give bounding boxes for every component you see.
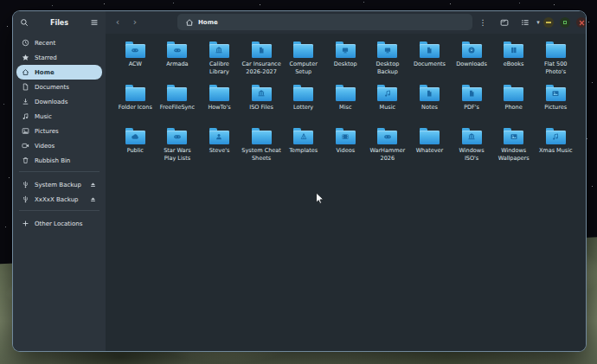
forward-button[interactable]: › — [128, 15, 142, 29]
sidebar-other-list: Other Locations — [13, 214, 106, 231]
folder-item-howto-s[interactable]: HowTo's — [198, 82, 241, 125]
sidebar-item-home[interactable]: Home — [16, 65, 102, 80]
folder-icon — [336, 128, 356, 144]
folder-icon — [125, 85, 145, 101]
folder-item-pictures[interactable]: Pictures — [535, 82, 577, 125]
folder-item-phone[interactable]: Phone — [492, 82, 535, 125]
folder-item-documents[interactable]: Documents — [408, 39, 451, 82]
search-icon[interactable] — [20, 18, 29, 27]
folder-item-pdf-s[interactable]: PDF's — [451, 82, 493, 125]
music-emblem-icon — [546, 132, 566, 141]
doc-emblem-icon — [420, 89, 440, 98]
folder-item-calibre-library[interactable]: Calibre Library — [198, 39, 241, 82]
home-icon — [22, 68, 29, 76]
menu-kebab-button[interactable]: ⋮ — [477, 15, 489, 29]
doc-emblem-icon — [420, 46, 440, 54]
sidebar-item-recent[interactable]: Recent — [16, 35, 102, 50]
sidebar-item-rubbish-bin[interactable]: Rubbish Bin — [16, 153, 102, 168]
close-button[interactable] — [576, 17, 587, 28]
sidebar: Files Recent Starred Home Documents Down… — [13, 11, 106, 351]
folder-icon — [209, 128, 229, 144]
doc-emblem-icon — [252, 46, 272, 54]
folder-item-xmas-music[interactable]: Xmas Music — [535, 125, 577, 169]
folder-item-folder-icons[interactable]: Folder Icons — [114, 82, 157, 125]
star-icon — [22, 54, 29, 61]
folder-item-videos[interactable]: Videos — [324, 125, 367, 169]
folder-icon — [293, 128, 313, 144]
path-bar[interactable]: Home — [177, 14, 472, 30]
folder-item-acw[interactable]: ACW — [114, 39, 157, 82]
monitor-emblem-icon — [336, 46, 356, 54]
folder-item-templates[interactable]: Templates — [282, 125, 324, 169]
folder-icon — [209, 42, 229, 58]
folder-icon — [546, 128, 566, 144]
folder-item-iso-files[interactable]: ISO Files — [241, 82, 283, 125]
folder-icon — [546, 42, 566, 58]
eject-icon[interactable] — [89, 181, 97, 188]
usb-icon — [22, 181, 29, 188]
bank-emblem-icon — [462, 132, 482, 141]
sidebar-item-starred[interactable]: Starred — [16, 50, 102, 65]
folder-item-windows-iso-s[interactable]: Windows ISO's — [451, 125, 493, 169]
folder-icon — [125, 128, 145, 144]
folder-item-notes[interactable]: Notes — [408, 82, 451, 125]
folder-icon — [504, 128, 523, 144]
folder-icon — [336, 85, 356, 101]
folder-item-warhammer-2026[interactable]: WarHammer 2026 — [367, 125, 409, 169]
folder-item-ebooks[interactable]: eBooks — [492, 39, 535, 82]
sidebar-item-xxxxx-backup[interactable]: XxXxX Backup — [16, 192, 102, 207]
folder-item-system-cheat-sheets[interactable]: System Cheat Sheets — [241, 125, 283, 169]
maximize-button[interactable] — [560, 17, 570, 28]
sidebar-item-music[interactable]: Music — [16, 109, 102, 124]
folder-icon — [167, 42, 187, 58]
folder-item-windows-wallpapers[interactable]: Windows Wallpapers — [492, 125, 535, 169]
folder-icon — [336, 42, 356, 58]
folder-icon — [420, 42, 440, 58]
folder-item-desktop-backup[interactable]: Desktop Backup — [367, 39, 409, 82]
sidebar-item-pictures[interactable]: Pictures — [16, 124, 102, 138]
back-button[interactable]: ‹ — [111, 15, 125, 29]
sidebar-header: Files — [13, 11, 106, 34]
folder-item-car-insurance-2026-2027[interactable]: Car Insurance 2026-2027 — [241, 39, 283, 82]
template-emblem-icon — [293, 132, 313, 141]
minimize-button[interactable] — [543, 17, 554, 28]
sidebar-item-videos[interactable]: Videos — [16, 138, 102, 153]
folder-item-steve-s[interactable]: Steve's — [198, 125, 241, 169]
folder-item-public[interactable]: Public — [114, 125, 157, 169]
image-icon — [22, 127, 29, 135]
folder-icon — [252, 42, 272, 58]
folder-item-armada[interactable]: Armada — [157, 39, 199, 82]
list-view-toggle-button[interactable] — [517, 15, 533, 29]
folder-item-flat-500-photo-s[interactable]: Flat 500 Photo's — [535, 39, 577, 82]
film-emblem-icon — [336, 132, 356, 141]
headerbar: ‹ › Home ⋮ ▾ — [106, 11, 586, 34]
sidebar-item-documents[interactable]: Documents — [16, 80, 102, 94]
cloud-emblem-icon — [125, 132, 145, 141]
folder-item-misc[interactable]: Misc — [324, 82, 367, 125]
folder-icon — [293, 42, 313, 58]
folder-item-lottery[interactable]: Lottery — [282, 82, 324, 125]
view-options-caret-button[interactable]: ▾ — [533, 15, 543, 29]
folder-icon — [504, 85, 523, 101]
window-title: Files — [29, 19, 90, 27]
folder-item-computer-setup[interactable]: Computer Setup — [282, 39, 324, 82]
folder-item-freefilesync[interactable]: FreeFileSync — [157, 82, 199, 125]
folder-item-downloads[interactable]: Downloads — [451, 39, 493, 82]
folder-icon — [167, 128, 187, 144]
folder-item-star-wars-play-lists[interactable]: Star Wars Play Lists — [157, 125, 199, 169]
folder-item-whatever[interactable]: Whatever — [408, 125, 451, 169]
sidebar-item-system-backup[interactable]: System Backup — [16, 177, 102, 192]
main-pane: ‹ › Home ⋮ ▾ ACW — [106, 11, 586, 351]
folder-icon — [462, 42, 482, 58]
folder-item-music[interactable]: Music — [367, 82, 409, 125]
sidebar-item-other-locations[interactable]: Other Locations — [16, 216, 102, 231]
plus-icon — [22, 220, 29, 227]
eject-icon[interactable] — [89, 195, 97, 203]
new-tab-button[interactable] — [497, 15, 512, 29]
sidebar-item-downloads[interactable]: Downloads — [16, 94, 102, 109]
folder-item-desktop[interactable]: Desktop — [324, 39, 367, 82]
folder-icon — [377, 85, 397, 101]
folder-grid: ACW Armada Calibre Library Car Insurance… — [106, 34, 586, 351]
files-window: Files Recent Starred Home Documents Down… — [12, 10, 587, 352]
menu-icon[interactable] — [90, 18, 99, 27]
